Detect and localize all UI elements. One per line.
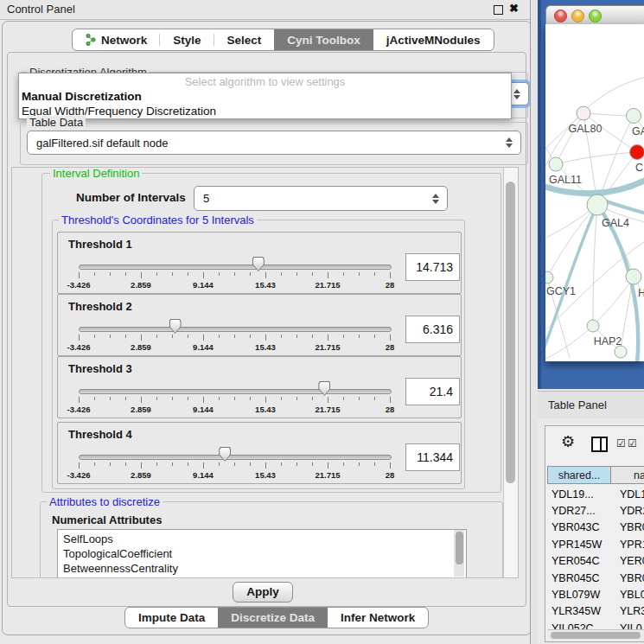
zoom-window-icon[interactable] (589, 10, 602, 22)
numerical-attributes-list[interactable]: SelfLoopsTopologicalCoefficientBetweenne… (57, 529, 467, 578)
cyni-toolbox-panel: Discretization Algorithm Select algorith… (7, 52, 526, 607)
settings-vertical-scrollbar[interactable] (503, 168, 518, 577)
network-node[interactable] (626, 269, 641, 284)
slider-tick (110, 272, 111, 276)
combo-arrows-icon (513, 89, 520, 99)
cell-shared-name[interactable]: YBR043C (547, 521, 610, 533)
table-row[interactable]: YBR043CYBR0 (547, 520, 644, 536)
table-row[interactable]: YBL079WYBL0 (547, 586, 644, 603)
threshold-value-field[interactable]: 11.344 (405, 443, 460, 471)
checkbox-icon[interactable]: ☑ (616, 438, 626, 449)
table-row[interactable]: YER054CYER0 (547, 553, 644, 570)
network-node[interactable] (545, 271, 553, 284)
cell-name[interactable]: YBL0 (610, 589, 644, 601)
network-node[interactable] (577, 106, 590, 120)
cell-name[interactable]: YLR3 (610, 605, 644, 617)
close-window-icon[interactable] (554, 10, 567, 22)
cell-shared-name[interactable]: YBR045C (547, 572, 610, 584)
table-row[interactable]: YLR345WYLR3 (547, 603, 644, 620)
table-row[interactable]: YIL052CYIL0 (547, 620, 644, 629)
cell-name[interactable]: YER0 (610, 555, 644, 567)
threshold-slider-track[interactable] (79, 265, 392, 270)
cell-shared-name[interactable]: YLR345W (547, 605, 610, 617)
tab-select[interactable]: Select (214, 29, 275, 50)
threshold-value-field[interactable]: 6.316 (405, 316, 460, 343)
tab-infer-network[interactable]: Infer Network (328, 608, 428, 628)
slider-tick (250, 272, 251, 276)
network-canvas[interactable]: GAL80GACGAL11GAL4GCY1HHAP2 (545, 24, 644, 361)
cell-name[interactable]: YDL1 (610, 488, 644, 501)
threshold-value-field[interactable]: 21.4 (405, 378, 460, 405)
table-horizontal-scrollbar[interactable] (547, 629, 644, 641)
column-header-name[interactable]: na (611, 466, 644, 484)
network-node-label: C (635, 162, 643, 174)
table-row[interactable]: YPR145WYPR1 (547, 536, 644, 552)
float-panel-icon[interactable] (494, 5, 503, 15)
table-data-select[interactable]: galFiltered.sif default node (27, 131, 521, 155)
network-node[interactable] (587, 194, 608, 215)
tab-jactivemnodules[interactable]: jActiveMNodules (373, 29, 494, 50)
slider-tick (219, 397, 220, 400)
checkbox-icon[interactable]: ☑ (628, 438, 637, 449)
network-node[interactable] (627, 109, 641, 124)
number-of-intervals-select[interactable]: 5 (194, 186, 448, 211)
cell-shared-name[interactable]: YER054C (547, 555, 610, 567)
network-window-titlebar[interactable] (545, 5, 644, 26)
scrollbar-thumb[interactable] (551, 632, 641, 639)
minimize-window-icon[interactable] (571, 10, 584, 22)
slider-tick (328, 462, 328, 469)
cell-shared-name[interactable]: YIL052C (547, 622, 610, 629)
attribute-list-item[interactable]: BetweennessCentrality (58, 561, 466, 576)
slider-tick-label: 21.715 (309, 342, 347, 352)
table-row[interactable]: YDL19...YDL1 (547, 486, 644, 502)
scrollbar-thumb[interactable] (506, 182, 515, 483)
threshold-slider-track[interactable] (79, 455, 392, 460)
tab-network[interactable]: Network (73, 29, 160, 50)
columns-icon[interactable] (591, 437, 608, 452)
table-row[interactable]: YDR27...YDR2 (547, 502, 644, 519)
attribute-list-item[interactable]: TopologicalCoefficient (58, 546, 466, 561)
tab-cyni-toolbox[interactable]: Cyni Toolbox (274, 29, 373, 50)
cell-shared-name[interactable]: YDR27... (547, 505, 610, 517)
slider-tick (188, 462, 188, 466)
cell-name[interactable]: YBR0 (610, 521, 644, 533)
cell-shared-name[interactable]: YBL079W (547, 589, 610, 601)
threshold-label: Threshold 1 (68, 238, 132, 251)
slider-tick (312, 272, 313, 276)
network-node-label: GAL4 (602, 217, 629, 229)
tab-impute-data[interactable]: Impute Data (125, 608, 218, 628)
cell-name[interactable]: YIL0 (610, 622, 642, 629)
network-node[interactable] (587, 320, 599, 332)
column-header-shared-name[interactable]: shared... (547, 466, 611, 484)
slider-tick (359, 462, 360, 466)
cell-shared-name[interactable]: YPR145W (547, 539, 610, 551)
threshold-panel: Threshold 3-3.4262.8599.14415.4321.71528… (57, 356, 462, 418)
slider-tick-label: 9.144 (184, 470, 222, 480)
slider-tick (343, 335, 344, 338)
cell-name[interactable]: YBR0 (610, 572, 644, 584)
threshold-slider-track[interactable] (79, 327, 392, 332)
table-row[interactable]: YBR045CYBR0 (547, 570, 644, 586)
apply-button[interactable]: Apply (233, 582, 293, 603)
slider-tick (79, 272, 80, 278)
threshold-value-field[interactable]: 14.713 (405, 253, 460, 281)
cell-shared-name[interactable]: YDL19... (547, 488, 610, 501)
slider-tick (203, 272, 204, 278)
tab-discretize-data[interactable]: Discretize Data (218, 608, 328, 628)
attributes-list-scrollbar[interactable] (454, 530, 464, 577)
gear-icon[interactable]: ⚙ (561, 434, 575, 450)
threshold-slider-track[interactable] (79, 389, 392, 394)
cell-name[interactable]: YPR1 (610, 539, 644, 551)
slider-tick-label: 2.859 (122, 470, 160, 480)
close-icon[interactable]: ✖ (509, 2, 519, 15)
network-node[interactable] (549, 157, 563, 171)
threshold-panels: Threshold 1-3.4262.8599.14415.4321.71528… (52, 220, 463, 488)
tab-style[interactable]: Style (160, 29, 214, 50)
network-node[interactable] (615, 346, 627, 358)
attribute-list-item[interactable]: SelfLoops (58, 532, 466, 546)
cell-name[interactable]: YDR2 (610, 505, 644, 517)
network-node[interactable] (630, 145, 644, 160)
network-node-label: GCY1 (546, 285, 576, 297)
slider-tick-label: 15.43 (246, 470, 284, 480)
dropdown-item-manual[interactable]: Manual Discretization (22, 90, 142, 103)
